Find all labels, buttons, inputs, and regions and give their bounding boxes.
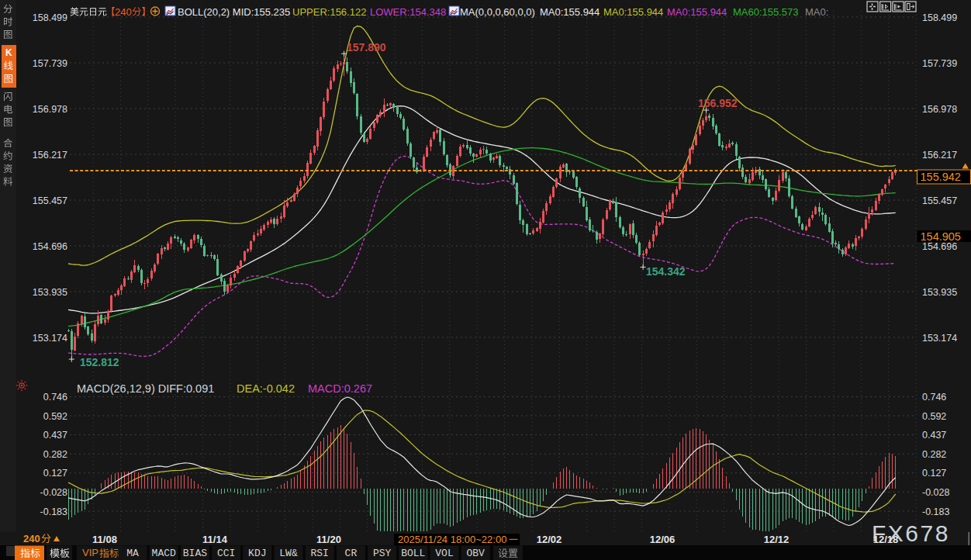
svg-text:FX678: FX678 (872, 520, 950, 546)
svg-text:0.746: 0.746 (43, 392, 67, 403)
svg-text:MA: MA (126, 548, 139, 559)
svg-text:-0.028: -0.028 (922, 487, 949, 498)
svg-text:-0.183: -0.183 (40, 506, 67, 517)
svg-text:153.935: 153.935 (922, 287, 957, 298)
svg-text:0.437: 0.437 (43, 430, 67, 441)
svg-text:11/08: 11/08 (92, 534, 117, 545)
svg-text:156.978: 156.978 (33, 104, 67, 115)
svg-text:0.282: 0.282 (43, 449, 67, 460)
svg-text:11/14: 11/14 (202, 534, 228, 545)
svg-text:0.127: 0.127 (43, 468, 67, 479)
svg-text:155.457: 155.457 (922, 195, 957, 206)
svg-text:158.499: 158.499 (33, 12, 67, 23)
svg-text:154.905: 154.905 (921, 230, 961, 243)
svg-text:154.696: 154.696 (33, 241, 67, 252)
svg-text:OBV: OBV (466, 548, 485, 559)
svg-text:153.935: 153.935 (33, 287, 67, 298)
svg-text:MA0:155.944: MA0:155.944 (603, 6, 663, 18)
svg-text:153.174: 153.174 (922, 333, 957, 344)
svg-text:0.282: 0.282 (922, 449, 946, 460)
svg-text:KDJ: KDJ (248, 548, 266, 559)
svg-text:LW&: LW& (279, 548, 298, 559)
svg-text:BIAS: BIAS (183, 548, 207, 559)
svg-text:BOLL(20,2) MID:155.235: BOLL(20,2) MID:155.235 (178, 6, 290, 18)
svg-text:156.978: 156.978 (922, 104, 957, 115)
svg-text:240: 240 (23, 533, 40, 544)
svg-text:2025/11/24 18:00~22:00: 2025/11/24 18:00~22:00 (398, 534, 506, 545)
svg-text:157.739: 157.739 (33, 58, 67, 69)
svg-text:LOWER:154.348: LOWER:154.348 (370, 6, 446, 18)
svg-text:156.217: 156.217 (922, 150, 957, 161)
svg-text:MACD(26,12,9) DIFF:0.091: MACD(26,12,9) DIFF:0.091 (77, 382, 214, 395)
svg-text:156.952: 156.952 (698, 97, 738, 109)
svg-text:154.342: 154.342 (646, 265, 686, 278)
svg-text:154.696: 154.696 (922, 241, 957, 252)
svg-text:12/12: 12/12 (764, 534, 790, 545)
svg-text:157.739: 157.739 (922, 58, 957, 69)
svg-text:12/06: 12/06 (650, 534, 676, 545)
svg-text:0.592: 0.592 (922, 411, 946, 422)
svg-text:12/02: 12/02 (537, 534, 562, 545)
svg-text:155.942: 155.942 (921, 171, 961, 183)
svg-text:BOLL: BOLL (401, 548, 425, 559)
svg-text:0.746: 0.746 (922, 392, 946, 403)
svg-text:MA0:155.944: MA0:155.944 (667, 6, 727, 18)
svg-text:CCI: CCI (217, 548, 235, 559)
svg-text:240: 240 (115, 6, 132, 18)
svg-text:158.499: 158.499 (922, 12, 957, 23)
svg-text:152.812: 152.812 (80, 356, 119, 368)
svg-text:K: K (5, 47, 12, 58)
svg-text:MA60:155.573: MA60:155.573 (733, 6, 799, 18)
svg-text:156.217: 156.217 (33, 150, 67, 161)
svg-text:UPPER:156.122: UPPER:156.122 (292, 6, 366, 18)
svg-text:MACD:0.267: MACD:0.267 (308, 382, 372, 395)
svg-text:CR: CR (345, 548, 358, 559)
svg-text:VOL: VOL (435, 548, 453, 559)
svg-text:-0.028: -0.028 (40, 487, 67, 498)
svg-text:0.592: 0.592 (43, 411, 67, 422)
svg-text:MA(0,0,0,60,0,0): MA(0,0,0,60,0,0) (460, 6, 535, 18)
svg-text:157.890: 157.890 (347, 41, 386, 54)
svg-text:155.457: 155.457 (33, 195, 67, 206)
svg-text:DEA:-0.042: DEA:-0.042 (237, 382, 295, 395)
svg-text:11/20: 11/20 (316, 534, 341, 545)
svg-text:-0.183: -0.183 (922, 506, 949, 517)
svg-text:153.174: 153.174 (33, 333, 67, 344)
svg-text:0.127: 0.127 (922, 468, 946, 479)
svg-text:VIP: VIP (82, 547, 98, 558)
svg-text:RSI: RSI (310, 548, 328, 559)
svg-text:MA0:: MA0: (805, 6, 828, 18)
svg-text:MA0:155.944: MA0:155.944 (540, 6, 600, 18)
svg-text:MACD: MACD (152, 548, 176, 559)
svg-text:0.437: 0.437 (922, 430, 946, 441)
svg-text:PSY: PSY (373, 548, 392, 559)
